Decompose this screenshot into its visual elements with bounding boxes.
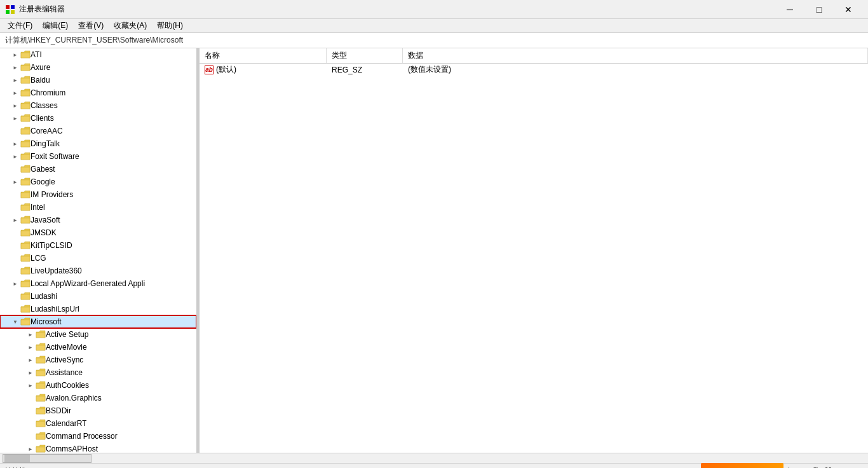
registry-values: ab (默认) REG_SZ (数值未设置) [200,64,868,453]
expander-ludashi [10,291,20,301]
tree-label-activesync: ActiveSync [46,355,83,364]
tree-item-kittipclsid[interactable]: KitTipCLSID [0,239,196,252]
close-button[interactable]: ✕ [834,0,863,19]
tree-item-dingtalk[interactable]: DingTalk [0,137,196,150]
reg-type-value: REG_SZ [332,65,362,74]
tree-item-clients[interactable]: Clients [0,112,196,125]
tree-panel[interactable]: ATI Axure Baidu Chromium Classes [0,48,197,453]
tree-label-liveupdate: LiveUpdate360 [31,266,82,275]
tree-item-activemovie[interactable]: ActiveMovie [0,341,196,354]
expander-foxit[interactable] [10,151,20,162]
tree-item-coreaac[interactable]: CoreAAC [0,125,196,137]
folder-icon-bsddir [36,406,46,416]
menu-file[interactable]: 文件(F) [3,19,37,32]
tree-item-intel[interactable]: Intel [0,201,196,214]
tree-label-clients: Clients [31,114,54,123]
expander-axure[interactable] [10,62,20,72]
folder-icon-assistance [36,368,46,378]
expander-liveupdate [10,266,20,276]
tree-label-authcookies: AuthCookies [46,381,89,390]
expander-baidu[interactable] [10,75,20,85]
tree-label-baidu: Baidu [31,76,50,85]
tree-item-lcg[interactable]: LCG [0,252,196,265]
tree-label-classes: Classes [31,101,58,110]
menu-view[interactable]: 查看(V) [73,19,109,32]
horizontal-scrollbar[interactable] [0,453,868,463]
tree-item-jmsdk[interactable]: JMSDK [0,226,196,239]
tree-item-javasoft[interactable]: JavaSoft [0,214,196,226]
tree-item-authcookies[interactable]: AuthCookies [0,379,196,392]
expander-improviders [10,189,20,200]
tree-item-bsddir[interactable]: BSDDir [0,404,196,417]
expander-commsaphost[interactable] [25,444,36,453]
folder-icon-chromium [20,88,31,98]
expander-clients[interactable] [10,113,20,123]
folder-icon-avalongraphics [36,393,46,403]
tree-item-microsoft[interactable]: Microsoft [0,315,196,328]
expander-google[interactable] [10,177,20,187]
folder-icon-baidu [20,75,31,85]
title-bar: 注册表编辑器 ─ □ ✕ [0,0,868,19]
expander-ati[interactable] [10,50,20,60]
tree-item-baidu[interactable]: Baidu [0,74,196,86]
expander-dingtalk[interactable] [10,139,20,149]
menu-edit[interactable]: 编辑(E) [37,19,73,32]
menu-favorites[interactable]: 收藏夹(A) [109,19,152,32]
tree-item-foxit[interactable]: Foxit Software [0,150,196,163]
tree-item-activesync[interactable]: ActiveSync [0,354,196,366]
reg-data-cell: (数值未设置) [403,64,868,75]
expander-localapp[interactable] [10,279,20,289]
tree-item-ludashilspurl[interactable]: LudashiLspUrl [0,303,196,315]
folder-icon-clients [20,113,31,123]
reg-row-default[interactable]: ab (默认) REG_SZ (数值未设置) [200,64,868,76]
app-title: 注册表编辑器 [19,4,775,15]
tree-item-commandprocessor[interactable]: Command Processor [0,430,196,443]
tree-label-improviders: IM Providers [31,190,73,199]
folder-icon-commandprocessor [36,431,46,441]
tree-label-javasoft: JavaSoft [31,216,60,224]
folder-icon-ludashilspurl [20,304,31,314]
tree-item-improviders[interactable]: IM Providers [0,188,196,201]
tree-label-commsaphost: CommsAPHost [46,444,98,453]
svg-rect-2 [6,10,10,14]
svg-rect-0 [6,5,10,9]
folder-icon-authcookies [36,380,46,390]
tree-label-activemovie: ActiveMovie [46,343,87,352]
tree-item-commsaphost[interactable]: CommsAPHost [0,443,196,453]
svg-rect-3 [11,10,15,14]
tree-item-gabest[interactable]: Gabest [0,163,196,176]
folder-icon-kittipclsid [20,240,31,251]
tree-item-ati[interactable]: ATI [0,48,196,61]
expander-activemovie[interactable] [25,342,36,352]
tree-item-activesetup[interactable]: Active Setup [0,328,196,341]
tree-label-jmsdk: JMSDK [31,228,57,237]
minimize-button[interactable]: ─ [775,0,804,19]
expander-chromium[interactable] [10,88,20,98]
tree-item-calendarrt[interactable]: CalendarRT [0,417,196,430]
expander-assistance[interactable] [25,368,36,378]
tree-item-localapp[interactable]: Local AppWizard-Generated Appli [0,277,196,290]
right-panel: 名称 类型 数据 ab (默认) REG_SZ (数值未设置) [200,48,868,453]
expander-activesync[interactable] [25,355,36,365]
tree-label-ati: ATI [31,50,42,59]
expander-activesetup[interactable] [25,329,36,340]
address-bar: 计算机\HKEY_CURRENT_USER\Software\Microsoft [0,33,868,48]
tree-item-avalongraphics[interactable]: Avalon.Graphics [0,392,196,404]
expander-authcookies[interactable] [25,380,36,390]
expander-javasoft[interactable] [10,215,20,225]
tree-item-google[interactable]: Google [0,176,196,188]
tree-item-ludashi[interactable]: Ludashi [0,290,196,303]
tree-item-assistance[interactable]: Assistance [0,366,196,379]
expander-gabest [10,164,20,174]
tree-item-chromium[interactable]: Chromium [0,86,196,99]
maximize-button[interactable]: □ [804,0,834,19]
expander-microsoft[interactable] [10,317,20,327]
tree-label-dingtalk: DingTalk [31,139,60,148]
tree-item-axure[interactable]: Axure [0,61,196,74]
expander-classes[interactable] [10,100,20,111]
col-header-name: 名称 [200,48,327,63]
tree-item-classes[interactable]: Classes [0,99,196,112]
menu-help[interactable]: 帮助(H) [152,19,188,32]
tree-item-liveupdate[interactable]: LiveUpdate360 [0,265,196,277]
expander-ludashilspurl [10,304,20,314]
